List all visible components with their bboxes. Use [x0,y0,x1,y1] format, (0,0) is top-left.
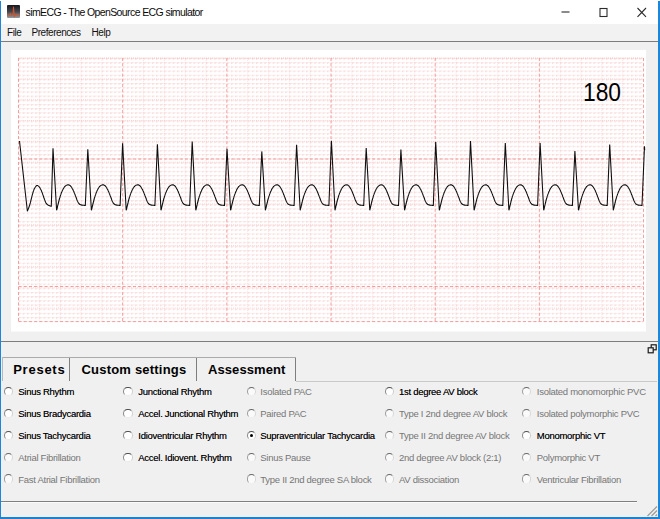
svg-text:180: 180 [583,77,621,107]
